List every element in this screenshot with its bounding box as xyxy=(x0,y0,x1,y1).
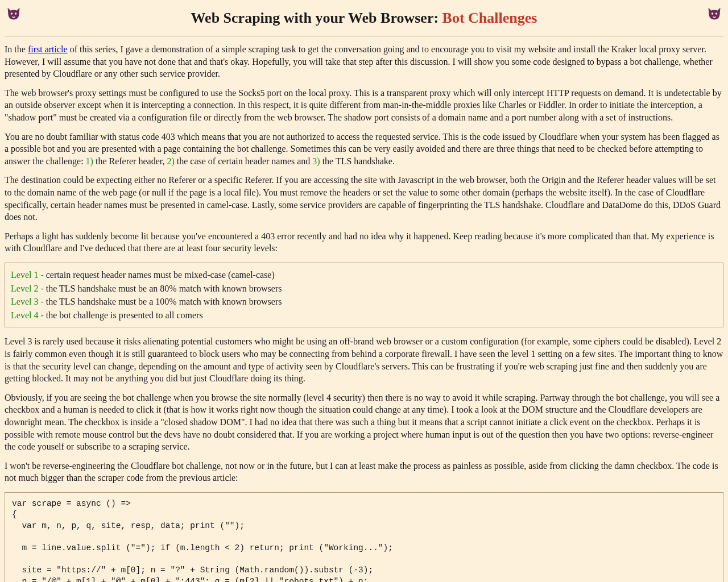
page-header: Web Scraping with your Web Browser: Bot … xyxy=(5,5,723,34)
level-text: certain request header names must be mix… xyxy=(46,270,275,280)
text: In the xyxy=(5,44,28,54)
svg-point-3 xyxy=(715,13,718,15)
level-label: Level 2 - xyxy=(11,284,46,293)
level-row: Level 1 - certain request header names m… xyxy=(11,269,717,281)
svg-point-1 xyxy=(15,13,17,15)
text: the case of certain header names and xyxy=(175,156,313,166)
text: the Referer header, xyxy=(93,156,167,166)
paragraph-intro: In the first article of this series, I g… xyxy=(5,43,723,80)
level-label: Level 4 - xyxy=(11,310,46,320)
level-text: the TLS handshake must be an 80% match w… xyxy=(46,284,282,293)
list-number: 2) xyxy=(167,156,174,166)
svg-point-0 xyxy=(11,13,13,15)
code-block: var scrape = async () => { var m, n, p, … xyxy=(5,492,723,582)
cat-icon xyxy=(706,6,722,22)
levels-box: Level 1 - certain request header names m… xyxy=(5,263,723,327)
divider xyxy=(5,36,723,36)
paragraph: Obviously, if you are seeing the bot cha… xyxy=(5,392,723,453)
level-label: Level 1 - xyxy=(11,270,46,280)
paragraph: I won't be reverse-engineering the Cloud… xyxy=(5,460,723,484)
level-row: Level 2 - the TLS handshake must be an 8… xyxy=(11,282,717,295)
title-emphasis: Bot Challenges xyxy=(442,10,537,26)
title-plain: Web Scraping with your Web Browser: xyxy=(191,10,442,26)
paragraph: Level 3 is rarely used because it risks … xyxy=(5,335,723,384)
paragraph-checks: You are no doubt familiar with status co… xyxy=(5,131,723,168)
svg-point-2 xyxy=(712,13,714,15)
page-title: Web Scraping with your Web Browser: Bot … xyxy=(5,8,723,28)
list-number: 3) xyxy=(312,156,320,166)
first-article-link[interactable]: first article xyxy=(28,44,68,54)
level-text: the TLS handshake must be a 100% match w… xyxy=(46,297,282,306)
level-row: Level 4 - the bot challenge is presented… xyxy=(11,309,717,322)
paragraph: The web browser's proxy settings must be… xyxy=(5,87,723,124)
paragraph: Perhaps a light has suddenly become lit … xyxy=(5,230,723,255)
level-label: Level 3 - xyxy=(11,297,46,306)
text: of this series, I gave a demonstration o… xyxy=(5,44,713,78)
paragraph: The destination could be expecting eithe… xyxy=(5,174,723,223)
level-row: Level 3 - the TLS handshake must be a 10… xyxy=(11,296,717,308)
list-number: 1) xyxy=(86,156,93,166)
cat-icon xyxy=(6,6,22,22)
text: the TLS handshake. xyxy=(320,156,395,166)
level-text: the bot challenge is presented to all co… xyxy=(46,310,203,320)
